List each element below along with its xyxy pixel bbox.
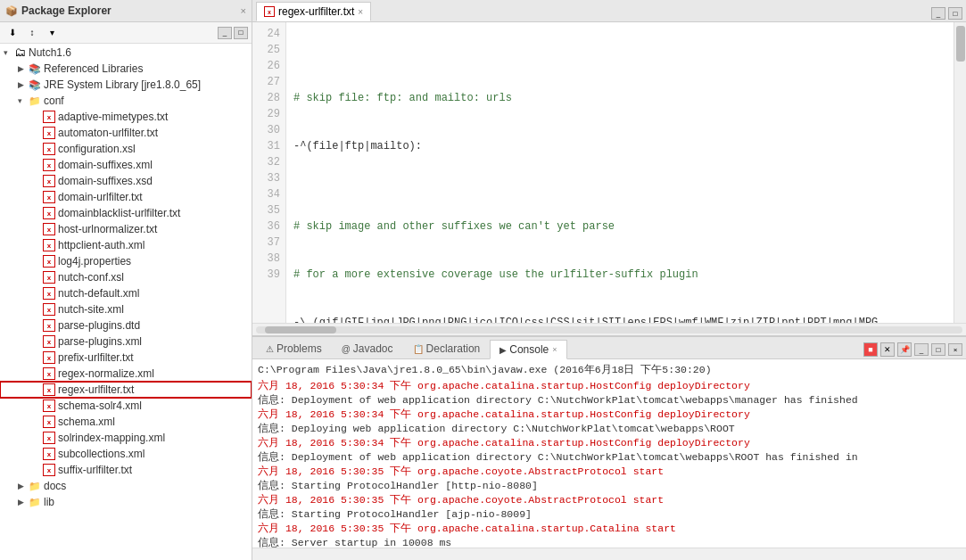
console-tab-close[interactable]: × xyxy=(552,345,557,354)
editor-hscrollbar[interactable] xyxy=(252,323,966,335)
file-label: automaton-urlfilter.txt xyxy=(58,127,158,139)
file-type-icon: x xyxy=(43,464,55,476)
tree-item-nutch[interactable]: ▾ 🗂 Nutch1.6 xyxy=(0,44,252,61)
package-explorer-icon: 📦 xyxy=(5,5,18,17)
link-with-editor-button[interactable]: ↕ xyxy=(23,25,41,41)
tab-javadoc[interactable]: @ Javadoc xyxy=(332,339,403,358)
file-label: nutch-default.xml xyxy=(58,287,139,300)
file-type-icon: x xyxy=(43,335,55,348)
tab-problems-label: Problems xyxy=(277,342,322,355)
console-line-12: 信息: Server startup in 10008 ms xyxy=(258,536,961,548)
file-label: schema.xml xyxy=(58,416,115,428)
editor-tab-close-icon[interactable]: × xyxy=(358,7,363,17)
tree-item-nutch-default-xml[interactable]: xnutch-default.xml xyxy=(0,285,252,301)
tree-item-domain-suffixes-xml[interactable]: xdomain-suffixes.xml xyxy=(0,157,252,173)
tree-item-host-urlnormalizer-txt[interactable]: xhost-urlnormalizer.txt xyxy=(0,221,252,237)
problems-icon: ⚠ xyxy=(266,344,274,354)
file-tree: ▾ 🗂 Nutch1.6 ▶ 📚 Referenced Libraries ▶ … xyxy=(0,44,252,560)
code-line-30: -\.(gif|GIF|jpg|JPG|png|PNG|ico|ICO|css|… xyxy=(293,315,946,323)
tree-item-jresys[interactable]: ▶ 📚 JRE System Library [jre1.8.0_65] xyxy=(0,77,252,93)
console-close-button[interactable]: × xyxy=(948,343,962,356)
editor-minimize-btn[interactable]: _ xyxy=(931,7,945,20)
panel-title: Package Explorer xyxy=(21,4,111,17)
tree-item-schema-xml[interactable]: xschema.xml xyxy=(0,414,252,430)
panel-header: 📦 Package Explorer × xyxy=(0,0,252,22)
lib-label: lib xyxy=(44,496,54,508)
editor-tab-active[interactable]: x regex-urlfilter.txt × xyxy=(256,2,371,21)
file-type-icon: x xyxy=(43,351,55,364)
tab-declaration[interactable]: 📋 Declaration xyxy=(403,339,491,358)
code-editor[interactable]: 24 25 26 27 28 29 30 31 32 33 34 35 36 3… xyxy=(252,22,966,323)
tree-item-httpclient-auth-xml[interactable]: xhttpclient-auth.xml xyxy=(0,237,252,253)
tree-item-domainblacklist-urlfilter-txt[interactable]: xdomainblacklist-urlfilter.txt xyxy=(0,205,252,221)
file-label: schema-solr4.xml xyxy=(58,399,142,412)
console-maximize-button[interactable]: □ xyxy=(931,343,945,356)
tree-item-reflibs[interactable]: ▶ 📚 Referenced Libraries xyxy=(0,61,252,77)
console-hscrollbar[interactable] xyxy=(252,548,966,560)
tree-item-suffix-urlfilter-txt[interactable]: xsuffix-urlfilter.txt xyxy=(0,462,252,478)
file-label: suffix-urlfilter.txt xyxy=(58,464,132,476)
console-output[interactable]: C:\Program Files\Java\jre1.8.0_65\bin\ja… xyxy=(252,359,966,548)
console-line-7: 六月 18, 2016 5:30:35 下午 org.apache.coyote… xyxy=(258,465,961,479)
tree-item-label: Nutch1.6 xyxy=(29,46,71,59)
editor-maximize-btn[interactable]: □ xyxy=(948,7,962,20)
tree-item-docs[interactable]: ▶ 📁 docs xyxy=(0,478,252,494)
console-minimize-button[interactable]: _ xyxy=(914,343,929,356)
file-type-icon: x xyxy=(43,399,55,412)
tree-item-regex-urlfilter-txt[interactable]: xregex-urlfilter.txt xyxy=(0,382,252,398)
tree-item-nutch-conf-xsl[interactable]: xnutch-conf.xsl xyxy=(0,269,252,285)
package-explorer-panel: 📦 Package Explorer × ⬇ ↕ ▾ _ □ ▾ 🗂 Nutch… xyxy=(0,0,252,560)
tree-item-prefix-urlfilter-txt[interactable]: xprefix-urlfilter.txt xyxy=(0,350,252,366)
tree-item-subcollections-xml[interactable]: xsubcollections.xml xyxy=(0,446,252,462)
tree-item-adaptive-mimetypes-txt[interactable]: xadaptive-mimetypes.txt xyxy=(0,109,252,125)
console-line-3: 六月 18, 2016 5:30:34 下午 org.apache.catali… xyxy=(258,408,961,422)
tree-item-regex-normalize-xml[interactable]: xregex-normalize.xml xyxy=(0,366,252,382)
panel-close-icon[interactable]: × xyxy=(241,5,246,16)
panel-toolbar: ⬇ ↕ ▾ _ □ xyxy=(0,22,252,44)
console-clear-button[interactable]: ✕ xyxy=(880,342,895,357)
tree-item-solrindex-mapping-xml[interactable]: xsolrindex-mapping.xml xyxy=(0,430,252,446)
tree-item-lib[interactable]: ▶ 📁 lib xyxy=(0,494,252,510)
console-line-4: 信息: Deploying web application directory … xyxy=(258,422,961,436)
right-panel: x regex-urlfilter.txt × _ □ 24 25 26 27 … xyxy=(252,0,966,560)
maximize-panel-button[interactable]: □ xyxy=(234,27,248,39)
file-type-icon: x xyxy=(43,448,55,460)
file-label: domain-suffixes.xml xyxy=(58,159,153,171)
tab-console-label: Console xyxy=(509,343,549,356)
tree-item-configuration-xsl[interactable]: xconfiguration.xsl xyxy=(0,141,252,157)
view-menu-button[interactable]: ▾ xyxy=(43,25,61,41)
tree-item-domain-urlfilter-txt[interactable]: xdomain-urlfilter.txt xyxy=(0,189,252,205)
tree-item-parse-plugins-dtd[interactable]: xparse-plugins.dtd xyxy=(0,317,252,334)
tab-console[interactable]: ▶ Console × xyxy=(490,340,566,359)
file-label: adaptive-mimetypes.txt xyxy=(58,111,168,123)
tree-item-domain-suffixes-xsd[interactable]: xdomain-suffixes.xsd xyxy=(0,173,252,189)
tree-item-automaton-urlfilter-txt[interactable]: xautomaton-urlfilter.txt xyxy=(0,125,252,141)
editor-tab-label: regex-urlfilter.txt xyxy=(278,5,354,18)
console-scroll-lock-button[interactable]: 📌 xyxy=(897,342,912,357)
project-icon: 🗂 xyxy=(14,45,26,59)
tab-file-icon: x xyxy=(264,6,275,17)
tree-item-schema-solr4-xml[interactable]: xschema-solr4.xml xyxy=(0,398,252,414)
arrow-conf: ▾ xyxy=(18,96,29,105)
file-type-icon: x xyxy=(43,127,55,139)
tree-item-log4j-properties[interactable]: xlog4j.properties xyxy=(0,253,252,269)
console-stop-button[interactable]: ■ xyxy=(863,342,878,357)
file-label: solrindex-mapping.xml xyxy=(58,432,165,444)
collapse-all-button[interactable]: ⬇ xyxy=(4,25,21,41)
file-label: parse-plugins.xml xyxy=(58,335,142,348)
docs-label: docs xyxy=(44,480,66,492)
file-type-icon: x xyxy=(43,239,55,251)
conf-label: conf xyxy=(44,95,64,107)
code-line-26: -^(file|ftp|mailto): xyxy=(293,138,946,154)
minimize-panel-button[interactable]: _ xyxy=(218,27,232,39)
editor-vscrollbar[interactable] xyxy=(954,22,966,323)
tree-item-parse-plugins-xml[interactable]: xparse-plugins.xml xyxy=(0,334,252,350)
lib-folder-icon: 📁 xyxy=(29,497,41,508)
jre-label: JRE System Library [jre1.8.0_65] xyxy=(44,78,201,91)
file-label: configuration.xsl xyxy=(58,143,136,155)
tree-item-nutch-site-xml[interactable]: xnutch-site.xml xyxy=(0,301,252,317)
file-type-icon: x xyxy=(43,111,55,123)
tab-problems[interactable]: ⚠ Problems xyxy=(256,339,332,358)
bottom-panel-controls: ■ ✕ 📌 _ □ × xyxy=(863,342,962,358)
tree-item-conf[interactable]: ▾ 📁 conf xyxy=(0,93,252,109)
